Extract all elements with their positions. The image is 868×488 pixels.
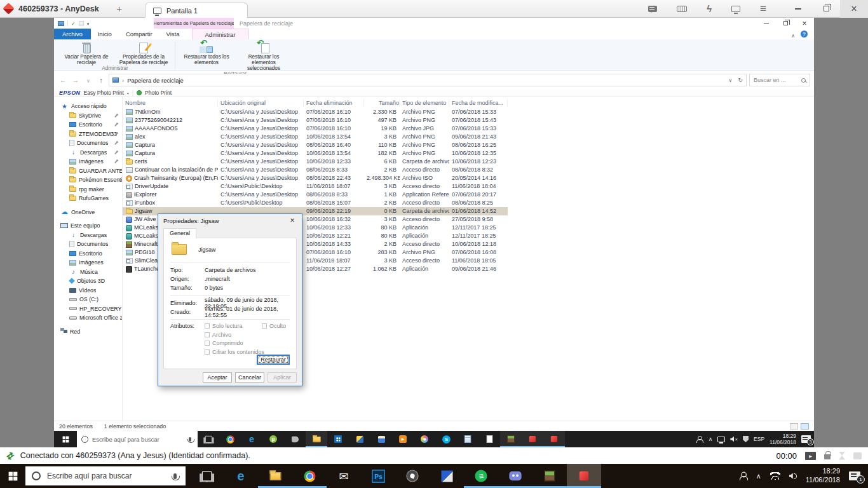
sidebar-item-skydrive[interactable]: SkyDrive [54,111,122,121]
sidebar-item-este-equipo[interactable]: Este equipo [54,221,122,231]
remote-taskbar-icon-gray-app[interactable] [284,431,306,447]
session-display-icon[interactable] [805,452,816,460]
file-row[interactable]: 237752690042212C:\Users\Ana y Jesus\Desk… [123,116,508,125]
close-button[interactable] [840,0,868,18]
network-display-icon[interactable] [717,437,725,442]
sidebar-item-microsoft-office-20[interactable]: Microsoft Office 20 [54,313,122,323]
remote-taskbar-icon-anydesk[interactable] [522,431,543,447]
local-taskbar-icon-photoshop[interactable] [361,464,395,488]
file-row[interactable]: Crash Twinsanity (Europa) (En,Fr,D...C:\… [123,174,508,182]
checkbox-cifrar-los-contenidos[interactable] [205,349,210,355]
file-row[interactable]: certsC:\Users\Ana y Jesus\Desktop10/06/2… [123,158,508,166]
sidebar-item-rufugames[interactable]: RufuGames [54,194,122,203]
local-taskbar-icon-discord[interactable] [498,464,532,488]
ribbon-button-propiedades-de-la-papelera-de-reciclaje[interactable]: Propiedades de la Papelera de reciclaje [115,40,172,65]
remote-taskbar-icon-file-explorer[interactable] [306,431,327,447]
dialog-button-cancelar[interactable]: Cancelar [235,372,264,383]
sidebar-item-documentos[interactable]: Documentos [54,240,122,249]
ribbon-button-restaurar-los-elementos-seleccionados[interactable]: Restaurar los elementos seleccionados [235,40,292,71]
sidebar-item-documentos[interactable]: Documentos [54,139,122,148]
address-dropdown-icon[interactable] [729,77,733,83]
local-clock[interactable]: 18:29 11/06/2018 [806,467,840,485]
local-taskbar-icon-chrome[interactable] [292,464,327,488]
sidebar-item-escritorio[interactable]: Escritorio [54,249,122,259]
remote-taskbar-icon-store[interactable] [327,431,349,447]
sidebar-item-rpg-maker[interactable]: rpg maker [54,185,122,194]
file-row[interactable]: CapturaC:\Users\Ana y Jesus\Desktop10/06… [123,149,508,158]
remote-taskbar-icon-chrome[interactable] [219,431,241,447]
local-taskbar-icon-task-view[interactable] [189,464,224,488]
epson-dropdown-icon[interactable] [127,90,129,96]
sidebar-item-v-deos[interactable]: Vídeos [54,286,122,295]
restore-button[interactable] [812,0,840,18]
column-header-tipo-de-elemento[interactable]: Tipo de elemento [400,99,449,107]
local-taskbar-icon-edge[interactable] [224,464,258,488]
up-icon[interactable] [96,76,106,84]
actions-icon[interactable] [707,3,712,15]
column-header-nombre[interactable]: Nombre [123,99,218,107]
sidebar-item-escritorio[interactable]: Escritorio [54,120,122,130]
new-session-tab-button[interactable]: + [113,3,126,14]
muted-speaker-icon[interactable]: × [730,437,738,442]
local-search-input[interactable]: Escribe aquí para buscar [25,466,186,485]
large-icons-view-icon[interactable] [801,423,809,430]
wifi-icon[interactable] [770,472,780,480]
sidebar-item-onedrive[interactable]: OneDrive [54,208,122,217]
restore-button[interactable]: Restaurar [257,355,290,365]
file-row[interactable]: iExplorerC:\Users\Ana y Jesus\Desktop08/… [123,191,508,199]
local-start-button[interactable] [0,464,25,488]
hidden-icons-chevron-icon[interactable] [709,436,713,442]
dialog-button-aceptar[interactable]: Aceptar [203,372,232,383]
help-icon[interactable] [801,30,808,37]
people-icon[interactable] [738,471,748,480]
checkbox-solo-lectura[interactable] [205,323,210,329]
checkbox-archivo[interactable] [205,332,210,337]
file-row[interactable]: alexC:\Users\Ana y Jesus\Desktop10/06/20… [123,133,508,141]
notifications-icon[interactable]: 1 [849,471,860,480]
keyboard-icon[interactable] [677,6,687,12]
sidebar-item-hp-recovery-d[interactable]: HP_RECOVERY (D:) [54,304,122,314]
remote-clock[interactable]: 18:29 11/06/2018 [770,433,796,445]
qat-button-icon[interactable] [79,21,84,26]
local-taskbar-icon-minecraft[interactable] [532,464,567,488]
details-view-icon[interactable] [790,423,798,430]
sidebar-item-acceso-r-pido[interactable]: Acceso rápido [54,102,122,111]
checkbox-comprimido[interactable] [205,341,210,346]
hidden-icons-chevron-icon[interactable] [756,472,761,480]
tab-compartir[interactable]: Compartir [119,29,159,39]
remote-taskbar-icon-app-blue[interactable] [370,431,392,447]
search-input[interactable]: Buscar en ... [749,74,810,86]
explorer-restore-button[interactable] [776,18,795,29]
column-header-fecha-eliminaci-n[interactable]: Fecha eliminación [304,99,364,107]
local-taskbar-icon-obs[interactable] [395,464,430,488]
ribbon-button-vaciar-papelera-de-reciclaje[interactable]: Vaciar Papelera de reciclaje [58,40,115,65]
ribbon-button-restaurar-todos-los-elementos[interactable]: Restaurar todos los elementos [178,40,235,65]
dialog-close-button[interactable]: × [283,214,302,227]
epson-action[interactable]: Photo Print [145,90,172,96]
sidebar-item-pok-mon-essentials[interactable]: Pokémon Essentials [54,175,122,185]
remote-taskbar-icon-skype[interactable] [435,431,457,447]
explorer-close-button[interactable] [795,18,814,29]
sidebar-item-im-genes[interactable]: Imágenes [54,157,122,166]
remote-taskbar-icon-doc[interactable] [478,431,500,447]
local-taskbar-icon-video-editor[interactable] [430,464,464,488]
file-row[interactable]: AAAAAFONDO5C:\Users\Ana y Jesus\Desktop0… [123,125,508,133]
checkbox-oculto[interactable] [262,323,267,329]
remote-taskbar-icon-edge[interactable] [241,431,262,447]
sidebar-item-descargas[interactable]: Descargas [54,148,122,158]
notifications-icon[interactable]: 3 [801,435,811,443]
qat-dropdown-icon[interactable] [87,20,90,27]
collapse-ribbon-icon[interactable] [791,29,795,40]
remote-taskbar-icon-utorrent[interactable] [262,431,284,447]
sidebar-item-os-c[interactable]: OS (C:) [54,295,122,304]
file-row[interactable]: Continuar con la instalación de Pre...C:… [123,166,508,174]
tab-inicio[interactable]: Inicio [91,29,119,39]
screen-tab[interactable]: Pantalla 1 [145,3,248,18]
remote-taskbar-icon-notepad[interactable] [457,431,478,447]
explorer-minimize-button[interactable] [757,18,776,29]
remote-search-input[interactable]: Escribe aquí para buscar [77,431,198,447]
sidebar-item-m-sica[interactable]: Música [54,268,122,277]
back-icon[interactable] [58,76,68,84]
remote-taskbar-icon-media[interactable] [392,431,414,447]
recent-locations-icon[interactable] [83,76,93,84]
